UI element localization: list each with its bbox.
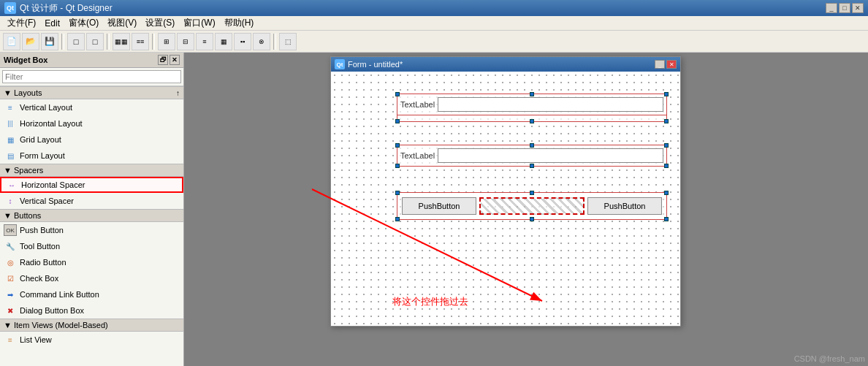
widget-box-header: Widget Box 🗗 ✕ [0, 53, 183, 68]
toolbar-open[interactable]: 📂 [22, 33, 39, 50]
toolbar-action1[interactable]: ⊞ [158, 33, 175, 50]
widget-box-close-btn[interactable]: ✕ [170, 55, 180, 65]
form-minimize-btn[interactable]: _ [655, 60, 665, 69]
item-vertical-layout[interactable]: ≡ Vertical Layout [0, 99, 183, 115]
menu-file[interactable]: 文件(F) [3, 16, 40, 30]
item-radio-button[interactable]: ◎ Radio Button [0, 254, 183, 270]
section-buttons[interactable]: ▼ Buttons [0, 209, 183, 222]
row-1-content: TextLabel [397, 94, 666, 115]
handle-3-tl[interactable] [395, 191, 400, 195]
section-buttons-label: ▼ Buttons [4, 211, 41, 220]
item-list-view[interactable]: ≡ List View [0, 332, 183, 348]
widget-box-float-btn[interactable]: 🗗 [158, 55, 168, 65]
close-button[interactable]: ✕ [852, 3, 864, 13]
item-check-box[interactable]: ☑ Check Box [0, 270, 183, 286]
handle-2-br[interactable] [664, 164, 669, 168]
maximize-button[interactable]: □ [839, 3, 850, 13]
section-spacers[interactable]: ▼ Spacers [0, 164, 183, 177]
grid-layout-label: Grid Layout [20, 135, 61, 144]
handle-bm[interactable] [530, 119, 534, 123]
handle-3-tr[interactable] [664, 191, 669, 195]
handle-2-bm[interactable] [530, 164, 534, 168]
dialog-button-icon: ✖ [4, 305, 17, 316]
toolbar-sep-2 [107, 34, 110, 50]
horizontal-spacer-label: Horizontal Spacer [21, 180, 85, 189]
handle-2-bl[interactable] [395, 164, 400, 168]
handle-3-bl[interactable] [395, 217, 400, 221]
handle-3-br[interactable] [664, 217, 669, 221]
menu-edit[interactable]: Edit [40, 16, 64, 30]
menu-bar: 文件(F) Edit 窗体(O) 视图(V) 设置(S) 窗口(W) 帮助(H) [0, 16, 868, 31]
vertical-spacer-icon: ↕ [4, 195, 17, 207]
toolbar-save[interactable]: 💾 [41, 33, 58, 50]
menu-help[interactable]: 帮助(H) [220, 16, 259, 30]
toolbar-sep-3 [152, 34, 155, 50]
section-spacers-label: ▼ Spacers [4, 166, 43, 175]
row-2-content: TextLabel [397, 145, 666, 166]
vertical-layout-icon: ≡ [4, 102, 17, 113]
handle-tr[interactable] [664, 92, 669, 96]
handle-br[interactable] [664, 119, 669, 123]
text-input-2[interactable] [438, 148, 663, 163]
toolbar-new[interactable]: 📄 [3, 33, 20, 50]
toolbar-pointer[interactable]: ⬚ [279, 33, 297, 50]
menu-window[interactable]: 窗口(W) [179, 16, 219, 30]
form-close-btn[interactable]: ✕ [666, 60, 677, 69]
menu-settings[interactable]: 设置(S) [141, 16, 179, 30]
toolbar-action5[interactable]: ▪▪ [234, 33, 251, 50]
handle-2-tr[interactable] [664, 143, 669, 148]
item-vertical-spacer[interactable]: ↕ Vertical Spacer [0, 193, 183, 209]
push-button-1[interactable]: PushButton [402, 197, 476, 215]
handle-2-tm[interactable] [530, 143, 534, 148]
text-input-1[interactable] [438, 97, 663, 112]
item-dialog-button[interactable]: ✖ Dialog Button Box [0, 302, 183, 319]
toolbar-copy[interactable]: □ [86, 33, 104, 50]
item-horizontal-layout[interactable]: ||| Horizontal Layout [0, 115, 183, 131]
section-item-views[interactable]: ▼ Item Views (Model-Based) [0, 319, 183, 332]
tool-button-icon: 🔧 [4, 240, 17, 252]
section-layouts-label: ▼ Layouts [4, 88, 42, 97]
horizontal-layout-label: Horizontal Layout [20, 119, 83, 128]
form-content: TextLabel TextLabel [331, 72, 680, 326]
toolbar-action2[interactable]: ⊟ [177, 33, 194, 50]
list-view-label: List View [20, 335, 52, 344]
item-form-layout[interactable]: ▤ Form Layout [0, 148, 183, 164]
toolbar-cut[interactable]: □ [67, 33, 85, 50]
widget-list: ▼ Layouts ↑ ≡ Vertical Layout ||| Horizo… [0, 86, 183, 366]
toolbar: 📄 📂 💾 □ □ ▦▦ ≡≡ ⊞ ⊟ ≡ ▦ ▪▪ ⊗ ⬚ [0, 31, 868, 53]
filter-input[interactable] [2, 70, 181, 83]
handle-3-tm[interactable] [530, 191, 534, 195]
handle-2-tl[interactable] [395, 143, 400, 148]
text-label-1: TextLabel [400, 100, 435, 109]
main-layout: Widget Box 🗗 ✕ ▼ Layouts ↑ ≡ Vertical La… [0, 53, 868, 366]
minimize-button[interactable]: _ [826, 3, 837, 13]
toolbar-action3[interactable]: ≡ [196, 33, 213, 50]
text-label-2: TextLabel [400, 151, 435, 160]
toolbar-action4[interactable]: ▦ [215, 33, 232, 50]
handle-tm[interactable] [530, 92, 534, 96]
push-button-label: Push Button [20, 226, 64, 235]
section-layouts[interactable]: ▼ Layouts ↑ [0, 86, 183, 99]
toolbar-layout1[interactable]: ▦▦ [113, 33, 130, 50]
handle-tl[interactable] [395, 92, 400, 96]
toolbar-action6[interactable]: ⊗ [253, 33, 270, 50]
toolbar-sep-1 [61, 34, 64, 50]
menu-window-form[interactable]: 窗体(O) [64, 16, 103, 30]
item-tool-button[interactable]: 🔧 Tool Button [0, 238, 183, 254]
handle-3-bm[interactable] [530, 217, 534, 221]
item-grid-layout[interactable]: ▦ Grid Layout [0, 131, 183, 148]
item-horizontal-spacer[interactable]: ↔ Horizontal Spacer [0, 177, 183, 193]
push-button-2[interactable]: PushButton [587, 197, 662, 215]
push-button-dragging[interactable] [479, 197, 585, 215]
menu-view[interactable]: 视图(V) [103, 16, 141, 30]
widget-box-controls: 🗗 ✕ [158, 55, 180, 65]
handle-bl[interactable] [395, 119, 400, 123]
horizontal-layout-icon: ||| [4, 118, 17, 129]
dialog-button-label: Dialog Button Box [20, 306, 84, 315]
command-link-icon: ➡ [4, 289, 17, 300]
item-command-link[interactable]: ➡ Command Link Button [0, 286, 183, 302]
list-view-icon: ≡ [4, 334, 17, 346]
toolbar-layout2[interactable]: ≡≡ [132, 33, 149, 50]
item-push-button[interactable]: OK Push Button [0, 222, 183, 238]
section-layouts-scroll: ↑ [176, 89, 180, 97]
